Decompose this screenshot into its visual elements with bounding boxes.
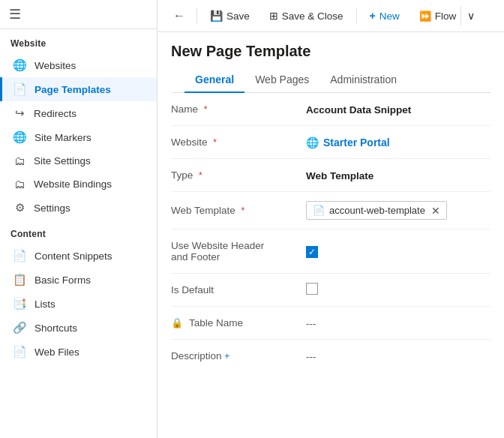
description-required-indicator: + [224,351,230,362]
site-settings-icon: 🗂 [13,154,26,167]
lock-icon: 🔒 [171,317,183,328]
sidebar-item-site-markers[interactable]: 🌐 Site Markers [0,125,157,149]
field-value-web-template: 📄 account-web-template ✕ [306,192,490,230]
field-label-type: Type * [171,159,306,192]
page-title: New Page Template [171,43,490,60]
sidebar-item-shortcuts[interactable]: 🔗 Shortcuts [0,316,157,340]
sidebar-item-website-bindings[interactable]: 🗂 Website Bindings [0,172,157,196]
chip-label: account-web-template [329,205,425,216]
bindings-icon: 🗂 [13,178,26,190]
save-close-button[interactable]: ⊞ Save & Close [261,5,352,26]
table-row: Use Website Header and Footer ✓ [171,230,490,274]
required-indicator: * [242,206,245,216]
sidebar-item-label: Page Templates [34,84,111,95]
toolbar-divider-2 [356,8,357,24]
hamburger-icon[interactable]: ☰ [9,6,21,22]
required-indicator: * [204,104,208,115]
save-icon: 💾 [210,10,223,22]
website-link[interactable]: 🌐 Starter Portal [306,136,490,148]
field-label-header-footer: Use Website Header and Footer [171,230,306,274]
sidebar-item-label: Website Bindings [34,178,112,190]
save-close-label: Save & Close [282,10,344,22]
page-template-icon: 📄 [13,82,27,96]
tab-general[interactable]: General [184,68,244,93]
table-row: Type * Web Template [171,159,490,192]
sidebar-item-web-files[interactable]: 📄 Web Files [0,340,157,364]
new-icon: + [370,10,376,22]
sidebar-item-label: Shortcuts [34,322,77,334]
web-files-icon: 📄 [13,345,27,358]
form-content: Name * Account Data Snippet Website * [158,93,504,438]
tab-web-pages[interactable]: Web Pages [244,68,320,93]
site-marker-icon: 🌐 [13,130,27,144]
sidebar-item-content-snippets[interactable]: 📄 Content Snippets [0,244,157,268]
sidebar-item-label: Lists [34,298,56,310]
field-value-header-footer: ✓ [306,230,490,274]
table-row: Website * 🌐 Starter Portal [171,126,490,159]
sidebar-item-settings[interactable]: ⚙ Settings [0,196,157,220]
field-value-website: 🌐 Starter Portal [306,126,490,159]
field-value-name: Account Data Snippet [306,93,490,126]
toolbar-divider-1 [196,8,197,24]
description-value: --- [306,351,316,362]
sidebar-item-page-templates[interactable]: 📄 Page Templates [0,77,157,101]
sidebar-item-websites[interactable]: 🌐 Websites [0,53,157,77]
field-label-web-template: Web Template * [171,192,306,230]
web-template-chip: 📄 account-web-template ✕ [306,201,447,220]
sidebar-item-label: Web Files [34,346,80,358]
shortcuts-icon: 🔗 [13,321,27,334]
sidebar-item-label: Basic Forms [34,274,91,286]
required-indicator: * [213,137,217,148]
template-file-icon: 📄 [313,205,325,216]
sidebar: ☰ Website 🌐 Websites 📄 Page Templates ↪ … [0,0,158,438]
chevron-down-icon[interactable]: ∨ [460,6,481,26]
tabs: General Web Pages Administration [171,68,490,93]
field-value-table-name: --- [306,307,490,340]
save-label: Save [226,10,250,22]
type-value: Web Template [306,170,374,182]
table-row: 🔒 Table Name --- [171,307,490,340]
table-row: Name * Account Data Snippet [171,93,490,126]
sidebar-item-lists[interactable]: 📑 Lists [0,292,157,316]
is-default-checkbox[interactable] [306,283,318,295]
sidebar-item-label: Redirects [34,108,76,119]
sidebar-item-label: Site Settings [34,155,91,166]
new-button[interactable]: + New [362,5,408,26]
table-row: Description + --- [171,340,490,373]
back-button[interactable]: ← [166,4,192,27]
sidebar-item-redirects[interactable]: ↪ Redirects [0,101,157,125]
sidebar-section-content: Content 📄 Content Snippets 📋 Basic Forms… [0,220,157,364]
required-indicator: * [199,170,202,181]
save-button[interactable]: 💾 Save [202,5,258,26]
new-label: New [380,10,400,22]
page-title-area: New Page Template General Web Pages Admi… [158,32,504,93]
field-label-description: Description + [171,340,306,373]
redirect-icon: ↪ [13,106,26,120]
basic-forms-icon: 📋 [13,273,27,286]
flow-icon: ⏩ [419,10,431,22]
main-panel: ← 💾 Save ⊞ Save & Close + New ⏩ Flow ∨ N… [158,0,504,438]
table-row: Web Template * 📄 account-web-template ✕ [171,192,490,230]
sidebar-section-website: Website 🌐 Websites 📄 Page Templates ↪ Re… [0,29,157,220]
lists-icon: 📑 [13,297,27,310]
tab-administration[interactable]: Administration [320,68,407,93]
field-value-type: Web Template [306,159,490,192]
flow-label: Flow [435,10,457,22]
chip-clear-button[interactable]: ✕ [431,206,440,216]
header-footer-checkbox[interactable]: ✓ [306,246,318,258]
sidebar-item-label: Websites [34,60,76,71]
field-label-is-default: Is Default [171,274,306,307]
sidebar-item-label: Settings [34,202,70,214]
checkmark-icon: ✓ [308,247,316,257]
table-row: Is Default [171,274,490,307]
sidebar-section-label-content: Content [0,220,157,244]
content-snippets-icon: 📄 [13,249,27,262]
field-label-website: Website * [171,126,306,159]
globe-icon: 🌐 [13,58,27,72]
name-value: Account Data Snippet [306,104,411,116]
sidebar-item-basic-forms[interactable]: 📋 Basic Forms [0,268,157,292]
sidebar-section-label-website: Website [0,29,157,53]
sidebar-item-site-settings[interactable]: 🗂 Site Settings [0,149,157,172]
flow-button[interactable]: ⏩ Flow ∨ [411,5,482,26]
save-close-icon: ⊞ [269,10,278,22]
